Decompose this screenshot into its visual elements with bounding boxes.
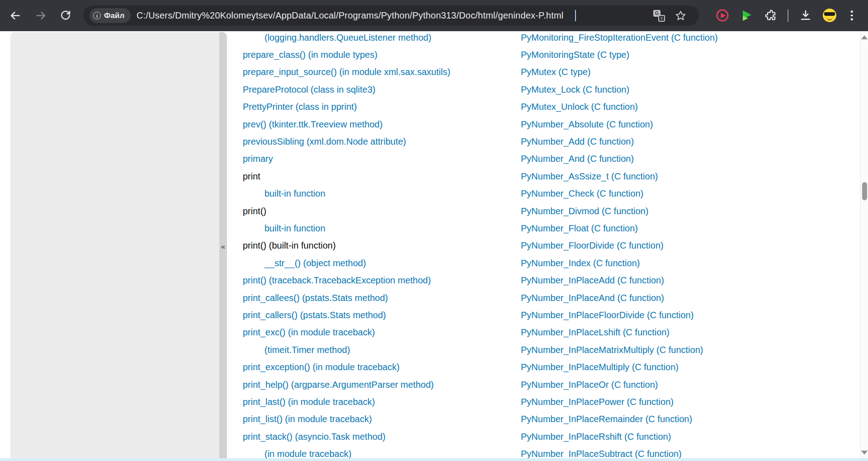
profile-avatar-button[interactable]: [823, 9, 836, 22]
index-entry-row: PyNumber_InPlacePower (C function): [521, 393, 718, 410]
index-entry-row: built-in function: [243, 220, 450, 237]
index-entry-link[interactable]: PyNumber_Absolute (C function): [521, 119, 653, 130]
index-entry-link[interactable]: previousSibling (xml.dom.Node attribute): [243, 136, 406, 147]
site-info-chip[interactable]: i Файл: [90, 8, 131, 23]
index-entry-row: __str__() (object method): [243, 254, 450, 272]
index-entry-row: prepare_input_source() (in module xml.sa…: [243, 64, 450, 81]
index-entry-link[interactable]: print_callees() (pstats.Stats method): [243, 293, 388, 303]
index-entry-row: PyMutex (C type): [521, 64, 718, 81]
index-entry-link[interactable]: PyNumber_Divmod (C function): [521, 206, 648, 216]
index-entry-link[interactable]: PyMutex_Lock (C function): [521, 85, 629, 95]
index-entry-link[interactable]: (logging.handlers.QueueListener method): [264, 33, 431, 43]
index-entry-link[interactable]: PyMonitoringState (C type): [521, 50, 629, 60]
downloads-button[interactable]: [799, 9, 812, 22]
back-button[interactable]: [5, 5, 25, 25]
index-entry-row: print_help() (argparse.ArgumentParser me…: [243, 376, 450, 393]
index-entry-row: PyNumber_And (C function): [521, 151, 718, 168]
index-entry-row: built-in function: [243, 185, 450, 202]
index-entry-link[interactable]: print_list() (in module traceback): [243, 414, 372, 424]
index-entry-link[interactable]: PyNumber_InPlaceOr (C function): [521, 380, 658, 390]
index-entry-link[interactable]: print_callers() (pstats.Stats method): [243, 310, 386, 320]
index-entry-link[interactable]: PyNumber_InPlaceLshift (C function): [521, 327, 670, 338]
index-entry-link[interactable]: print_exception() (in module traceback): [243, 362, 400, 372]
index-entry-row: PyMonitoring_FireStopIterationEvent (C f…: [521, 29, 718, 46]
index-entry-row: PyNumber_AsSsize_t (C function): [521, 168, 718, 185]
index-entry-link[interactable]: PyNumber_And (C function): [521, 154, 634, 164]
index-entry-link[interactable]: PyNumber_Index (C function): [521, 258, 640, 268]
index-entry-row: PyNumber_InPlaceOr (C function): [521, 376, 718, 393]
index-entry-link[interactable]: primary: [243, 154, 273, 164]
vertical-scrollbar[interactable]: [860, 31, 868, 461]
index-entry-link[interactable]: PyNumber_AsSsize_t (C function): [521, 171, 658, 182]
index-entry-link[interactable]: built-in function: [264, 188, 326, 199]
index-entry-link[interactable]: __str__() (object method): [264, 258, 366, 268]
index-entry-row: PrettyPrinter (class in pprint): [243, 99, 450, 116]
index-entry-row: PyMonitoringState (C type): [521, 46, 718, 63]
index-entry-link[interactable]: print_last() (in module traceback): [243, 397, 375, 407]
index-entry-link[interactable]: PyNumber_Check (C function): [521, 188, 643, 199]
address-bar[interactable]: i Файл C:/Users/Dmitry%20Kolomeytsev/App…: [83, 5, 699, 26]
index-entry-row: PyNumber_InPlaceRshift (C function): [521, 428, 718, 445]
index-entry-row: PyNumber_Float (C function): [521, 220, 718, 237]
scrollbar-down-arrow[interactable]: [861, 451, 868, 455]
url-text[interactable]: C:/Users/Dmitry%20Kolomeytsev/AppData/Lo…: [137, 5, 563, 26]
index-entry-link[interactable]: PyMonitoring_FireStopIterationEvent (C f…: [521, 33, 718, 43]
index-entry-row: prev() (tkinter.ttk.Treeview method): [243, 116, 450, 133]
index-entry-row: (logging.handlers.QueueListener method): [243, 29, 450, 46]
index-entry-link[interactable]: PyNumber_FloorDivide (C function): [521, 240, 664, 251]
index-entry-link[interactable]: built-in function: [264, 223, 326, 234]
index-entry-link[interactable]: print_help() (argparse.ArgumentParser me…: [243, 380, 434, 390]
index-entry-link[interactable]: print() (traceback.TracebackException me…: [243, 275, 431, 286]
index-entry-link[interactable]: prepare_class() (in module types): [243, 50, 377, 60]
index-entry-row: PyNumber_Check (C function): [521, 185, 718, 202]
index-entry-row: PyNumber_InPlaceAdd (C function): [521, 272, 718, 289]
index-entry-link[interactable]: PyNumber_InPlaceAnd (C function): [521, 293, 664, 303]
page-content: « (logging.handlers.QueueListener method…: [0, 31, 868, 461]
browser-menu-button[interactable]: [851, 10, 853, 20]
index-entry-link[interactable]: PyNumber_InPlaceFloorDivide (C function): [521, 310, 693, 320]
extensions-menu-button[interactable]: [765, 9, 778, 22]
extension-green-play-button[interactable]: [741, 9, 753, 22]
index-entry-row: (timeit.Timer method): [243, 341, 450, 358]
index-entry-link[interactable]: (timeit.Timer method): [264, 345, 350, 355]
index-entry-link[interactable]: PyNumber_InPlaceAdd (C function): [521, 275, 664, 286]
index-entry-link[interactable]: PyNumber_InPlaceMatrixMultiply (C functi…: [521, 345, 703, 355]
scrollbar-thumb[interactable]: [862, 182, 867, 200]
translate-button[interactable]: G x: [653, 9, 665, 22]
index-entry-link[interactable]: print_stack() (asyncio.Task method): [243, 432, 386, 442]
index-column-left: (logging.handlers.QueueListener method)p…: [243, 29, 450, 461]
index-entry-row: PyNumber_InPlaceAnd (C function): [521, 289, 718, 306]
extension-red-play-button[interactable]: [717, 9, 729, 22]
forward-button[interactable]: [31, 5, 51, 25]
index-entry-link[interactable]: PrettyPrinter (class in pprint): [243, 102, 357, 112]
forward-arrow-icon: [35, 9, 47, 22]
index-entry-link[interactable]: PyNumber_InPlaceSubtract (C function): [521, 449, 682, 459]
bookmark-button[interactable]: [674, 9, 687, 22]
back-arrow-icon: [9, 9, 21, 22]
index-entry-link[interactable]: PyNumber_InPlaceRemainder (C function): [521, 414, 692, 424]
index-entry-link[interactable]: prev() (tkinter.ttk.Treeview method): [243, 119, 382, 130]
index-entry-row: print_exc() (in module traceback): [243, 324, 450, 341]
sidebar-collapse-handle[interactable]: «: [219, 32, 227, 461]
index-entry-link[interactable]: PyNumber_InPlaceRshift (C function): [521, 432, 671, 442]
index-entry-link[interactable]: PyNumber_Add (C function): [521, 136, 634, 147]
scrollbar-up-arrow[interactable]: [861, 35, 868, 39]
index-entry-row: primary: [243, 151, 450, 168]
index-entry-link[interactable]: print_exc() (in module traceback): [243, 327, 375, 338]
index-entry-link[interactable]: (in module traceback): [264, 449, 351, 459]
index-entry-link[interactable]: PyMutex (C type): [521, 67, 590, 77]
index-entry-link[interactable]: PrepareProtocol (class in sqlite3): [243, 85, 375, 95]
index-entry-link[interactable]: prepare_input_source() (in module xml.sa…: [243, 67, 450, 77]
toolbar-divider: [788, 9, 788, 22]
index-entry-link[interactable]: PyNumber_InPlacePower (C function): [521, 397, 674, 407]
reload-icon: [60, 9, 71, 21]
index-entry-link[interactable]: PyNumber_InPlaceMultiply (C function): [521, 362, 679, 372]
reload-button[interactable]: [56, 5, 75, 25]
index-entry-text: print(): [243, 206, 266, 216]
sunglasses-avatar-icon: [823, 9, 836, 22]
index-entry-link[interactable]: PyNumber_Float (C function): [521, 223, 638, 234]
index-entry-row: PyNumber_Add (C function): [521, 133, 718, 150]
info-icon: i: [93, 12, 101, 19]
index-entry-link[interactable]: PyMutex_Unlock (C function): [521, 102, 638, 112]
index-entry-row: PyNumber_FloorDivide (C function): [521, 237, 718, 254]
